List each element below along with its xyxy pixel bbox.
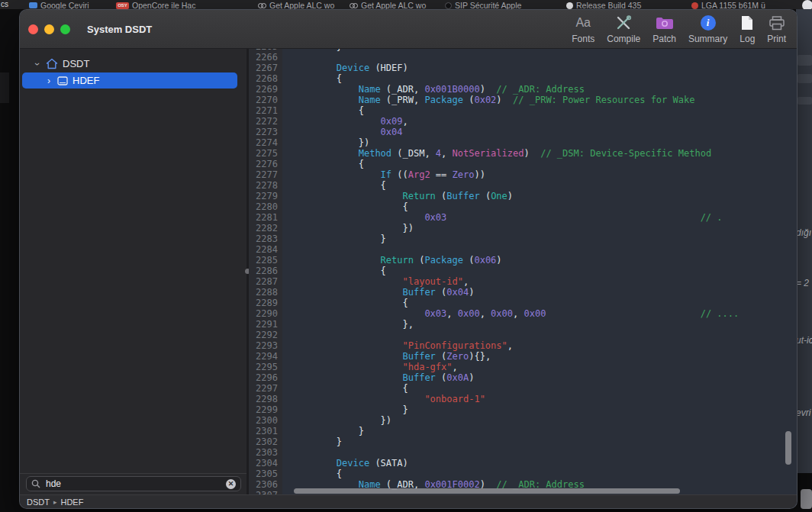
- breadcrumb-separator-icon: ▸: [53, 498, 57, 506]
- background-patch: [0, 72, 9, 103]
- line-number: 2293: [249, 340, 282, 351]
- code-editor: 2265226622672268226922702271227222732274…: [249, 49, 797, 494]
- line-number: 2269: [249, 84, 282, 95]
- code-line: Buffer (0x04): [292, 287, 797, 298]
- clear-search-icon[interactable]: ✕: [226, 479, 236, 489]
- red-dot-icon: [691, 2, 698, 9]
- code-line: {: [292, 105, 797, 116]
- background-bar: [798, 55, 812, 66]
- status-bar: DSDT ▸ HDEF: [20, 494, 797, 508]
- line-number: 2266: [249, 52, 282, 63]
- disclosure-collapsed-icon[interactable]: ›: [45, 76, 53, 86]
- sidebar-item-hdef[interactable]: › HDEF: [22, 72, 237, 89]
- code-line: }: [292, 404, 797, 415]
- line-number: 2271: [249, 105, 282, 116]
- close-button[interactable]: [28, 24, 38, 34]
- line-number: 2299: [249, 404, 282, 415]
- circle-light-icon: [566, 2, 573, 9]
- breadcrumb-hdef[interactable]: HDEF: [60, 498, 83, 507]
- line-number: 2270: [249, 95, 282, 105]
- horizontal-scrollbar[interactable]: [294, 488, 680, 494]
- line-number: 2275: [249, 148, 282, 159]
- bookmark-item[interactable]: [802, 1, 812, 9]
- sidebar-bottom-bar: ✕: [20, 473, 246, 494]
- circle-dark-icon: [445, 2, 452, 9]
- house-icon: [46, 58, 58, 69]
- print-icon: [769, 14, 785, 32]
- bookmark-item[interactable]: Release Build 435: [566, 1, 641, 9]
- sidebar: › DSDT ›: [20, 49, 246, 494]
- compile-button[interactable]: Compile: [607, 14, 640, 44]
- line-number: 2303: [249, 447, 282, 458]
- bookmark-item[interactable]: SIP Sécurité Apple: [445, 1, 521, 9]
- toolbar: Aa Fonts Compile: [572, 10, 797, 48]
- title-bar: System DSDT Aa Fonts Compile: [20, 10, 797, 49]
- code-line: }): [292, 415, 797, 426]
- log-button[interactable]: Log: [740, 14, 755, 44]
- bookmarks-bar: Google ÇeviriOSYOpenCore ile HacGet Appl…: [0, 0, 812, 9]
- sidebar-item-dsdt[interactable]: › DSDT: [20, 56, 246, 72]
- bookmark-item[interactable]: LGA 1155 b61M ü: [691, 1, 765, 9]
- print-button[interactable]: Print: [767, 14, 786, 44]
- code-line: {: [292, 159, 797, 169]
- code-line: {: [292, 298, 797, 308]
- bookmark-label: LGA 1155 b61M ü: [701, 1, 765, 9]
- line-number: 2292: [249, 330, 282, 340]
- disclosure-expanded-icon[interactable]: ›: [32, 60, 43, 68]
- line-number-gutter: 2265226622672268226922702271227222732274…: [249, 49, 282, 494]
- osy-badge: OSY: [116, 2, 129, 9]
- line-number: 2276: [249, 159, 282, 169]
- line-number: 2283: [249, 233, 282, 244]
- vertical-scrollbar[interactable]: [785, 431, 791, 465]
- code-line: }): [292, 137, 797, 148]
- bookmark-label: Release Build 435: [576, 1, 641, 9]
- code-line: Buffer (0x0A): [292, 372, 797, 383]
- zoom-button[interactable]: [60, 24, 70, 34]
- window-title: System DSDT: [87, 24, 152, 35]
- code-line: [292, 244, 797, 255]
- desktop: Google ÇeviriOSYOpenCore ile HacGet Appl…: [0, 0, 812, 512]
- line-number: 2284: [249, 244, 282, 255]
- bookmark-item[interactable]: Get Apple ALC wo: [350, 1, 426, 9]
- code-lines: } Device (HDEF) { Name (_ADR, 0x001B0000…: [282, 49, 797, 494]
- code-line: }: [292, 233, 797, 244]
- line-number: 2304: [249, 458, 282, 469]
- bookmark-label: Get Apple ALC wo: [361, 1, 426, 9]
- line-number: 2280: [249, 201, 282, 212]
- code-line: },: [292, 319, 797, 330]
- code-line: Name (_PRW, Package (0x02) // _PRW: Powe…: [292, 95, 797, 105]
- sidebar-item-label: DSDT: [63, 58, 89, 69]
- code-line: [292, 52, 797, 63]
- minimize-button[interactable]: [44, 24, 54, 34]
- patch-folder-icon: [656, 14, 674, 32]
- background-text: evri: [796, 407, 810, 418]
- line-number: 2278: [249, 180, 282, 191]
- code-line: "hda-gfx",: [292, 362, 797, 372]
- code-line: }): [292, 223, 797, 233]
- bookmark-label: Google Çeviri: [40, 1, 89, 9]
- rings-icon: [350, 3, 358, 8]
- search-field[interactable]: ✕: [26, 476, 241, 491]
- bookmark-item[interactable]: Get Apple ALC wo: [258, 1, 334, 9]
- code-line: If ((Arg2 == Zero)): [292, 169, 797, 180]
- summary-button[interactable]: i Summary: [688, 14, 727, 44]
- line-number: 2282: [249, 223, 282, 233]
- code-line: {: [292, 469, 797, 479]
- code-line: "onboard-1": [292, 394, 797, 404]
- code-line: 0x04: [292, 127, 797, 137]
- partial-avatar-icon: [802, 0, 812, 9]
- device-icon: [57, 76, 68, 86]
- background-bar: [798, 74, 812, 83]
- patch-button[interactable]: Patch: [652, 14, 676, 44]
- bookmark-item[interactable]: OSYOpenCore ile Hac: [116, 1, 195, 9]
- line-number: 2295: [249, 362, 282, 372]
- fonts-button[interactable]: Aa Fonts: [572, 14, 594, 44]
- fonts-label: Fonts: [572, 34, 594, 44]
- breadcrumb-dsdt[interactable]: DSDT: [27, 498, 50, 507]
- code-area[interactable]: } Device (HDEF) { Name (_ADR, 0x001B0000…: [282, 49, 797, 494]
- bookmark-item[interactable]: Google Çeviri: [29, 1, 89, 9]
- background-text: dığı: [796, 227, 811, 238]
- search-input[interactable]: [44, 478, 222, 490]
- line-number: 2273: [249, 127, 282, 137]
- print-label: Print: [767, 34, 786, 44]
